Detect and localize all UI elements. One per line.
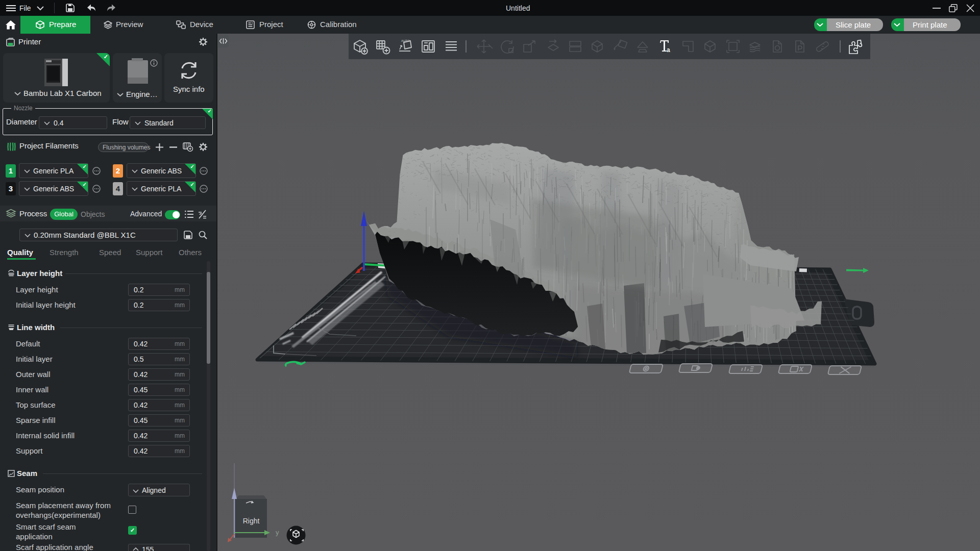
svg-text:y: y <box>276 529 279 536</box>
svg-text:Right: Right <box>243 517 260 525</box>
